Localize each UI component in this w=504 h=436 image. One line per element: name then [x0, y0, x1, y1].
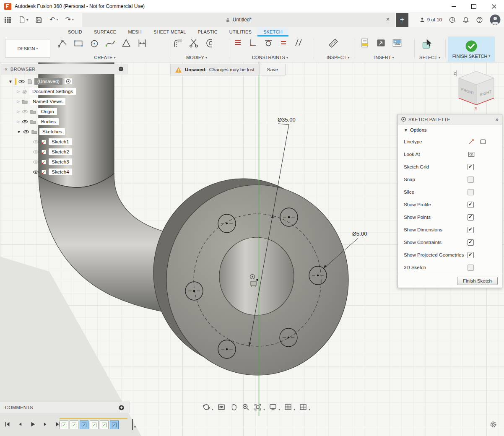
- select-dropdown[interactable]: SELECT: [413, 55, 447, 60]
- inspect-dropdown[interactable]: INSPECT: [317, 55, 359, 60]
- maximize-button[interactable]: [464, 0, 484, 13]
- timeline-feature[interactable]: [60, 420, 68, 429]
- insert-dxf-icon[interactable]: [360, 38, 371, 49]
- sketch-polygon-icon[interactable]: [121, 38, 132, 49]
- flange-center-bore[interactable]: [219, 237, 294, 315]
- timeline-feature[interactable]: [80, 420, 88, 429]
- modify-dropdown[interactable]: MODIFY: [171, 55, 222, 60]
- finish-sketch-palette-button[interactable]: Finish Sketch: [457, 277, 498, 285]
- tab-sheet-metal[interactable]: SHEET METAL: [148, 28, 192, 36]
- sketch-palette-header[interactable]: SKETCH PALETTE: [398, 114, 502, 125]
- visibility-eye-icon[interactable]: [23, 130, 29, 134]
- timeline-feature[interactable]: [70, 420, 78, 429]
- visibility-eye-icon[interactable]: [33, 150, 39, 154]
- go-to-start-button[interactable]: [4, 421, 11, 428]
- notifications-bell-icon[interactable]: [462, 16, 469, 23]
- expand-triangle-icon[interactable]: ▷: [17, 119, 20, 124]
- tab-plastic[interactable]: PLASTIC: [192, 28, 223, 36]
- parallel-constraint-icon[interactable]: [294, 38, 304, 48]
- show-projected-geometries-checkbox[interactable]: [468, 252, 474, 258]
- node-label[interactable]: Origin: [38, 108, 57, 115]
- browser-sketch-row[interactable]: Sketch4: [1, 167, 127, 177]
- measure-icon[interactable]: [328, 38, 339, 49]
- display-settings-icon[interactable]: [269, 403, 280, 411]
- tab-surface[interactable]: SURFACE: [88, 28, 122, 36]
- document-tab[interactable]: Untitled*: [82, 13, 395, 27]
- save-button[interactable]: [35, 16, 42, 23]
- look-at-icon[interactable]: [468, 151, 475, 158]
- collapse-panel-icon[interactable]: [5, 66, 8, 72]
- browser-node-bodies[interactable]: ▷ Bodies: [1, 117, 127, 127]
- insert-image-icon[interactable]: [392, 38, 403, 49]
- sketch-label[interactable]: Sketch1: [49, 138, 72, 145]
- root-document-name[interactable]: (Unsaved): [34, 78, 62, 85]
- tab-solid[interactable]: SOLID: [62, 28, 88, 36]
- browser-node-origin[interactable]: ▷ Origin: [1, 106, 127, 117]
- close-tab-icon[interactable]: [384, 16, 391, 23]
- tab-mesh[interactable]: MESH: [122, 28, 148, 36]
- browser-node-document-settings[interactable]: ▷ Document Settings: [1, 86, 127, 96]
- help-icon[interactable]: [476, 16, 483, 23]
- tab-sketch[interactable]: SKETCH: [257, 28, 288, 36]
- user-avatar[interactable]: [490, 14, 501, 25]
- job-status-clock-icon[interactable]: [449, 16, 456, 23]
- browser-node-sketches[interactable]: ▼ Sketches: [1, 127, 127, 137]
- expand-panel-icon[interactable]: [495, 116, 499, 122]
- dimension-label-35[interactable]: Ø35.00: [278, 117, 296, 123]
- visibility-eye-icon[interactable]: [33, 160, 39, 164]
- warning-save-button[interactable]: Save: [260, 64, 285, 75]
- sketch-circle-icon[interactable]: [89, 38, 100, 49]
- browser-sketch-row[interactable]: Sketch2: [1, 147, 127, 157]
- sketch-label[interactable]: Sketch3: [49, 158, 72, 165]
- sketch-dimension-icon[interactable]: [137, 38, 148, 49]
- expand-triangle-icon[interactable]: ▷: [17, 109, 20, 114]
- browser-root-row[interactable]: ▼ (Unsaved): [1, 76, 127, 86]
- create-dropdown[interactable]: CREATE: [57, 55, 153, 60]
- dimension-label-5[interactable]: Ø5.00: [352, 231, 367, 237]
- snap-checkbox[interactable]: [468, 176, 474, 183]
- visibility-eye-icon[interactable]: [33, 170, 39, 174]
- visibility-eye-icon[interactable]: [22, 119, 28, 124]
- node-label[interactable]: Document Settings: [29, 88, 76, 95]
- horizontal-vertical-constraint-icon[interactable]: [233, 38, 243, 48]
- show-dimensions-checkbox[interactable]: [468, 227, 474, 233]
- visibility-eye-icon[interactable]: [18, 79, 25, 84]
- insert-dropdown[interactable]: INSERT: [360, 55, 408, 60]
- sketch-spline-icon[interactable]: [105, 38, 116, 49]
- show-constraints-checkbox[interactable]: [468, 239, 474, 246]
- browser-header[interactable]: BROWSER: [1, 64, 127, 74]
- centerline-icon[interactable]: [479, 138, 487, 145]
- new-tab-button[interactable]: [396, 13, 408, 27]
- node-label[interactable]: Sketches: [39, 128, 65, 135]
- pan-tool-icon[interactable]: [229, 403, 238, 411]
- trim-scissors-icon[interactable]: [189, 38, 200, 49]
- file-menu-button[interactable]: [18, 16, 28, 23]
- fit-view-icon[interactable]: [254, 403, 265, 411]
- finish-sketch-button[interactable]: FINISH SKETCH: [448, 36, 495, 62]
- tab-utilities[interactable]: UTILITIES: [223, 28, 257, 36]
- minimize-button[interactable]: [444, 0, 464, 13]
- step-forward-button[interactable]: [42, 421, 48, 427]
- sketch-line-icon[interactable]: [57, 38, 68, 49]
- select-cursor-icon[interactable]: [421, 38, 434, 50]
- visibility-eye-icon[interactable]: [22, 109, 28, 114]
- sketch-rectangle-icon[interactable]: [73, 38, 84, 49]
- workspace-selector-button[interactable]: DESIGN: [5, 39, 50, 58]
- activate-component-radio[interactable]: [65, 78, 72, 84]
- orbit-tool-icon[interactable]: [202, 403, 213, 411]
- construction-line-icon[interactable]: [468, 138, 475, 145]
- look-at-tool-icon[interactable]: [217, 403, 226, 411]
- comments-bar[interactable]: COMMENTS: [0, 402, 130, 413]
- redo-button[interactable]: ↷: [65, 16, 73, 23]
- sketch-grid-checkbox[interactable]: [468, 164, 474, 170]
- timeline-feature[interactable]: [90, 420, 99, 429]
- sketch-label[interactable]: Sketch2: [49, 148, 72, 155]
- undo-button[interactable]: ↶: [49, 16, 58, 23]
- visibility-eye-icon[interactable]: [33, 140, 39, 144]
- show-profile-checkbox[interactable]: [468, 202, 474, 208]
- collapse-all-icon[interactable]: [118, 66, 124, 72]
- browser-sketch-row[interactable]: Sketch1: [1, 137, 127, 147]
- view-cube[interactable]: Z FRONT RIGHT X: [451, 67, 498, 111]
- expand-triangle-icon[interactable]: ▼: [17, 130, 21, 134]
- close-button[interactable]: [484, 0, 504, 13]
